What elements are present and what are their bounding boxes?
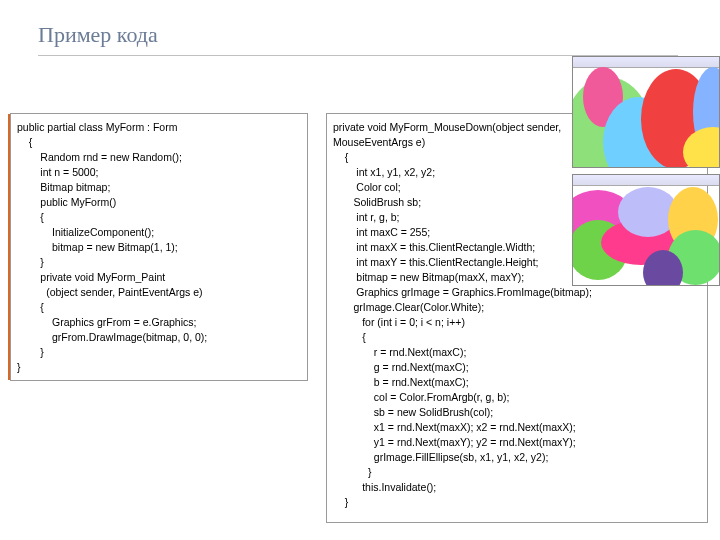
- output-preview-1: [572, 56, 720, 168]
- window-titlebar: [573, 57, 719, 68]
- window-titlebar: [573, 175, 719, 186]
- output-preview-2: [572, 174, 720, 286]
- slide-title: Пример кода: [38, 22, 158, 48]
- code-block-left: public partial class MyForm : Form { Ran…: [10, 113, 308, 381]
